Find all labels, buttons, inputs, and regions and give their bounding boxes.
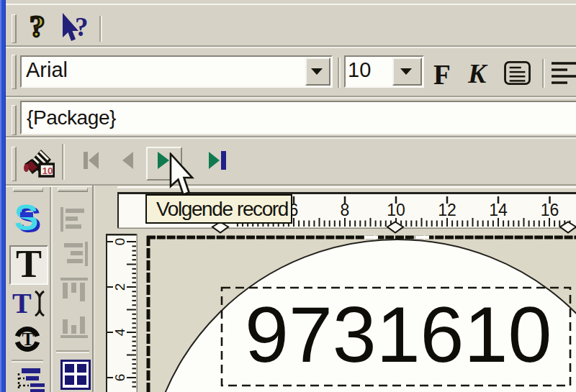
svg-text:0: 0 xyxy=(112,238,127,246)
svg-text:10: 10 xyxy=(42,165,53,176)
svg-text:4: 4 xyxy=(112,328,127,336)
svg-text:8: 8 xyxy=(341,201,350,219)
svg-text:9731610: 9731610 xyxy=(245,291,552,378)
svg-text:16: 16 xyxy=(541,201,559,219)
svg-text:T: T xyxy=(22,329,35,349)
svg-text:12: 12 xyxy=(438,201,456,219)
svg-text:14: 14 xyxy=(489,201,508,219)
svg-text:2: 2 xyxy=(112,283,127,291)
svg-text:S: S xyxy=(14,204,38,235)
svg-text:?: ? xyxy=(30,12,45,42)
svg-text:6: 6 xyxy=(112,374,127,382)
svg-text:?: ? xyxy=(75,12,89,42)
svg-text:10: 10 xyxy=(387,201,405,219)
